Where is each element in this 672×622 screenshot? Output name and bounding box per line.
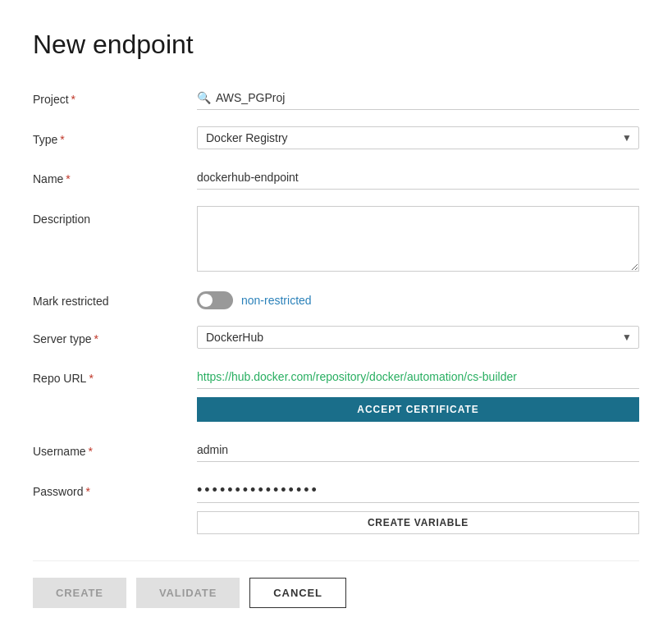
required-star: * [71, 93, 75, 106]
server-type-row: Server type* DockerHub Other ▼ [33, 326, 639, 349]
footer-buttons: CREATE VALIDATE CANCEL [33, 560, 639, 608]
repo-url-value: https://hub.docker.com/repository/docker… [197, 365, 639, 389]
project-input-wrap[interactable]: 🔍 [197, 86, 639, 110]
username-row: Username* [33, 438, 639, 462]
dialog-title: New endpoint [33, 30, 639, 60]
server-type-select[interactable]: DockerHub Other [206, 331, 615, 344]
restricted-toggle[interactable] [197, 291, 233, 309]
type-label: Type* [33, 126, 197, 146]
create-variable-button[interactable]: CREATE VARIABLE [197, 511, 639, 534]
chevron-down-icon: ▼ [622, 132, 632, 144]
server-type-label: Server type* [33, 326, 197, 345]
type-select[interactable]: Docker Registry Git Subversion Other [206, 131, 615, 144]
toggle-label-text: non-restricted [241, 294, 312, 307]
repo-url-control: https://hub.docker.com/repository/docker… [197, 365, 639, 422]
mark-restricted-row: Mark restricted non-restricted [33, 288, 639, 309]
password-dots: •••••••••••••••• [197, 478, 639, 503]
description-label: Description [33, 206, 197, 226]
server-type-control: DockerHub Other ▼ [197, 326, 639, 349]
password-label: Password* [33, 478, 197, 498]
search-icon: 🔍 [197, 91, 211, 104]
cancel-button[interactable]: CANCEL [249, 578, 346, 608]
description-row: Description [33, 206, 639, 272]
description-textarea[interactable] [197, 206, 639, 272]
server-type-select-wrap[interactable]: DockerHub Other ▼ [197, 326, 639, 349]
project-row: Project* 🔍 [33, 86, 639, 110]
required-star-type: * [60, 133, 64, 146]
new-endpoint-dialog: New endpoint Project* 🔍 Type* Docker Reg… [0, 0, 672, 622]
type-select-wrap[interactable]: Docker Registry Git Subversion Other ▼ [197, 126, 639, 149]
toggle-slider [197, 291, 233, 309]
project-label: Project* [33, 86, 197, 106]
username-input[interactable] [197, 438, 639, 462]
required-star-username: * [89, 445, 93, 458]
type-control: Docker Registry Git Subversion Other ▼ [197, 126, 639, 149]
mark-restricted-control: non-restricted [197, 288, 639, 309]
type-row: Type* Docker Registry Git Subversion Oth… [33, 126, 639, 149]
name-row: Name* [33, 166, 639, 190]
create-button[interactable]: CREATE [33, 578, 126, 608]
repo-url-label: Repo URL* [33, 365, 197, 385]
chevron-down-icon-server: ▼ [622, 332, 632, 343]
name-label: Name* [33, 166, 197, 185]
password-control: •••••••••••••••• CREATE VARIABLE [197, 478, 639, 534]
project-control: 🔍 [197, 86, 639, 110]
username-control [197, 438, 639, 462]
description-control [197, 206, 639, 272]
password-row: Password* •••••••••••••••• CREATE VARIAB… [33, 478, 639, 534]
required-star-repo: * [89, 372, 93, 385]
required-star-password: * [85, 485, 89, 498]
required-star-server: * [94, 332, 98, 345]
name-input[interactable] [197, 166, 639, 190]
mark-restricted-label: Mark restricted [33, 288, 197, 308]
repo-url-row: Repo URL* https://hub.docker.com/reposit… [33, 365, 639, 422]
toggle-wrap: non-restricted [197, 288, 639, 309]
accept-certificate-button[interactable]: ACCEPT CERTIFICATE [197, 397, 639, 422]
username-label: Username* [33, 438, 197, 458]
name-control [197, 166, 639, 190]
validate-button[interactable]: VALIDATE [136, 578, 240, 608]
project-input[interactable] [216, 91, 639, 104]
required-star-name: * [66, 172, 70, 185]
